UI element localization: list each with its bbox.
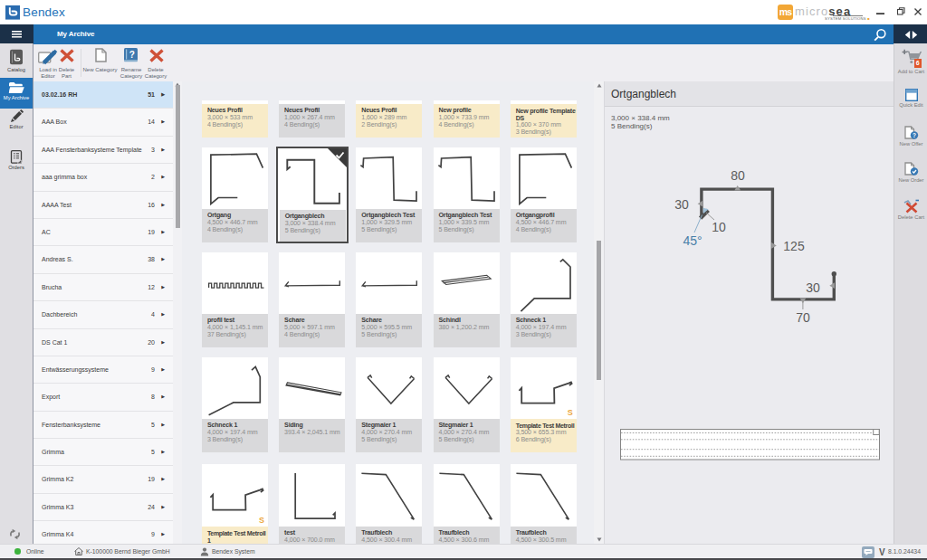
svg-text:?: ? [913, 132, 916, 138]
svg-text:?: ? [129, 50, 135, 60]
svg-text:ms: ms [779, 6, 793, 17]
